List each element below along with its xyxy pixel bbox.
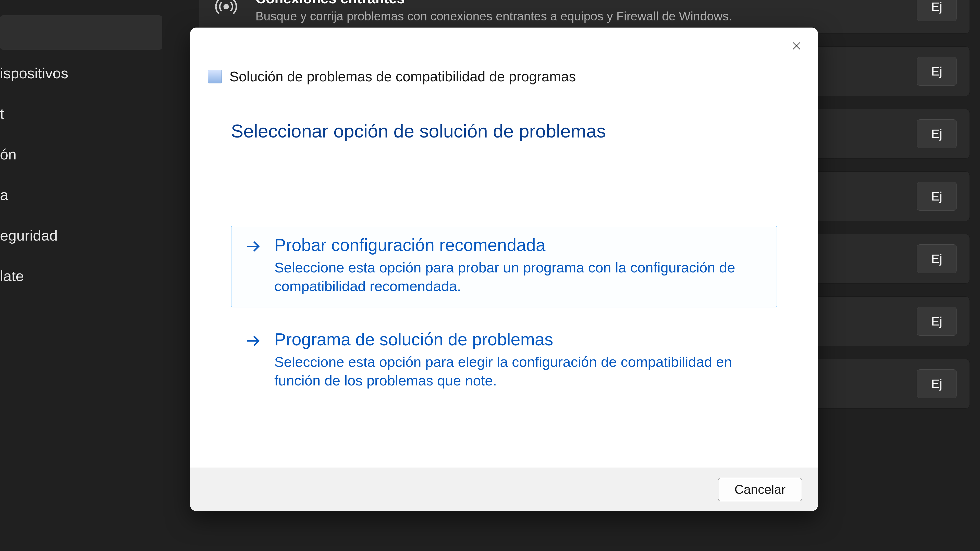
- dialog-footer: Cancelar: [190, 468, 818, 511]
- option-recommended[interactable]: Probar configuración recomendada Selecci…: [231, 226, 777, 307]
- run-button[interactable]: Ej: [917, 307, 957, 336]
- sidebar-item-0[interactable]: [0, 15, 162, 50]
- dialog-header: Solución de problemas de compatibilidad …: [190, 27, 818, 85]
- run-button[interactable]: Ej: [917, 119, 957, 148]
- dialog-heading: Seleccionar opción de solución de proble…: [190, 85, 818, 141]
- run-button[interactable]: Ej: [917, 57, 957, 86]
- option-title: Programa de solución de problemas: [274, 329, 765, 349]
- settings-sidebar: ispositivos t ón a eguridad late: [0, 0, 169, 551]
- options-list: Probar configuración recomendada Selecci…: [190, 141, 818, 402]
- sidebar-item-2[interactable]: t: [0, 97, 162, 131]
- sidebar-item-5[interactable]: eguridad: [0, 218, 162, 252]
- arrow-right-icon: [243, 237, 263, 256]
- run-button[interactable]: Ej: [917, 245, 957, 273]
- run-button[interactable]: Ej: [917, 369, 957, 398]
- sidebar-item-6[interactable]: late: [0, 259, 162, 293]
- option-manual[interactable]: Programa de solución de problemas Selecc…: [231, 320, 777, 402]
- card-subtitle: Busque y corrija problemas con conexione…: [256, 9, 901, 23]
- dialog-title: Solución de problemas de compatibilidad …: [229, 68, 576, 85]
- cancel-button[interactable]: Cancelar: [718, 478, 802, 501]
- option-title: Probar configuración recomendada: [274, 235, 765, 255]
- arrow-right-icon: [243, 331, 263, 351]
- broadcast-icon: [212, 0, 240, 17]
- run-button[interactable]: Ej: [917, 182, 957, 211]
- close-icon: [791, 40, 802, 53]
- close-button[interactable]: [786, 36, 807, 57]
- option-subtitle: Seleccione esta opción para elegir la co…: [274, 353, 765, 390]
- option-subtitle: Seleccione esta opción para probar un pr…: [274, 259, 765, 295]
- compat-troubleshooter-dialog: Solución de problemas de compatibilidad …: [190, 27, 818, 511]
- sidebar-item-4[interactable]: a: [0, 178, 162, 212]
- run-button[interactable]: Ej: [917, 0, 957, 21]
- sidebar-item-1[interactable]: ispositivos: [0, 56, 162, 90]
- sidebar-item-3[interactable]: ón: [0, 137, 162, 171]
- troubleshooter-icon: [208, 70, 222, 83]
- card-title: Conexiones entrantes: [256, 0, 901, 6]
- svg-point-0: [224, 5, 228, 8]
